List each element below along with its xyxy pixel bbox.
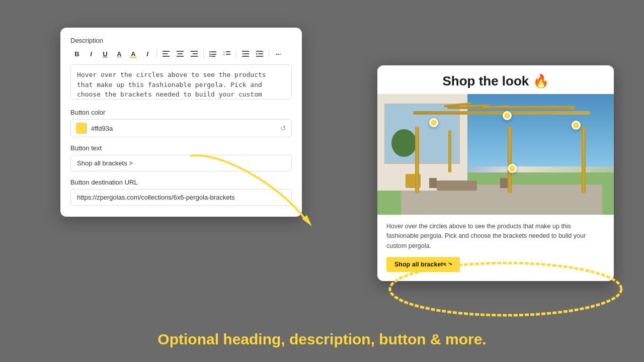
svg-point-11	[209, 54, 211, 55]
svg-rect-25	[256, 56, 263, 57]
svg-rect-21	[242, 56, 249, 57]
slat7	[555, 106, 570, 109]
color-reset-button[interactable]: ↺	[280, 124, 286, 132]
divider4	[269, 49, 269, 58]
color-swatch	[76, 123, 87, 134]
toolbar: B I U A A I 1.2. ··	[70, 47, 292, 60]
align-right-button[interactable]	[188, 47, 201, 60]
preview-body: Hover over the circles above to see the …	[377, 215, 614, 281]
align-center-button[interactable]	[174, 47, 187, 60]
tree-top	[391, 129, 417, 157]
divider2	[203, 49, 204, 58]
svg-rect-20	[244, 53, 249, 54]
svg-rect-5	[177, 56, 184, 57]
indent-button[interactable]	[253, 47, 266, 60]
svg-rect-2	[163, 56, 170, 57]
svg-text:2.: 2.	[223, 53, 225, 56]
svg-rect-10	[211, 51, 216, 52]
svg-rect-8	[191, 56, 198, 57]
more-button[interactable]: ···	[272, 47, 285, 60]
beam-front	[413, 111, 591, 115]
numbered-list-button[interactable]: 1.2.	[220, 47, 233, 60]
svg-rect-18	[226, 54, 230, 55]
post-back-left	[448, 130, 451, 172]
italic2-button[interactable]: I	[141, 47, 154, 60]
arrow-graphic	[176, 141, 337, 241]
post-mid	[508, 127, 512, 193]
bottom-caption: Optional heading, description, button & …	[0, 331, 644, 348]
divider3	[236, 49, 236, 58]
svg-marker-22	[242, 53, 244, 55]
preview-card: Shop the look 🔥	[377, 65, 614, 281]
hotspot-4[interactable]	[508, 164, 517, 173]
svg-rect-1	[163, 53, 168, 54]
description-label: Description	[70, 37, 292, 44]
svg-rect-23	[256, 51, 263, 52]
svg-point-9	[209, 51, 211, 53]
svg-rect-4	[178, 53, 183, 54]
color-hex-value: #ffd93a	[91, 125, 113, 132]
post-right-front	[582, 127, 586, 193]
button-color-label: Button color	[70, 109, 292, 116]
italic-button[interactable]: I	[85, 47, 98, 60]
button-color-section: Button color #ffd93a ↺	[70, 109, 292, 137]
svg-rect-3	[177, 51, 184, 52]
font-color-button[interactable]: A	[113, 47, 126, 60]
svg-rect-16	[226, 51, 230, 52]
svg-rect-24	[258, 53, 263, 54]
description-textarea[interactable]: Hover over the circles above to see the …	[70, 64, 292, 100]
svg-marker-26	[256, 53, 258, 55]
svg-rect-14	[211, 56, 215, 57]
svg-rect-6	[191, 51, 198, 52]
chair-right	[500, 178, 508, 188]
hotspot-2[interactable]	[503, 111, 512, 120]
table	[437, 180, 477, 191]
align-left-button[interactable]	[159, 47, 173, 60]
preview-button[interactable]: Shop all brackets >	[386, 257, 460, 272]
svg-point-13	[209, 56, 211, 57]
preview-heading: Shop the look 🔥	[377, 65, 614, 94]
color-row[interactable]: #ffd93a ↺	[70, 119, 292, 137]
svg-rect-12	[211, 54, 216, 55]
preview-image	[377, 94, 614, 215]
post-left-front	[415, 127, 419, 193]
bullet-list-button[interactable]	[206, 47, 219, 60]
hotspot-3[interactable]	[572, 121, 581, 130]
svg-rect-7	[193, 53, 198, 54]
svg-rect-19	[242, 51, 249, 52]
highlight-button[interactable]: A	[127, 47, 140, 60]
chair-left	[429, 178, 437, 188]
underline-button[interactable]: U	[99, 47, 112, 60]
outdent-button[interactable]	[239, 47, 252, 60]
preview-description: Hover over the circles above to see the …	[386, 222, 605, 251]
divider1	[156, 49, 157, 58]
bold-button[interactable]: B	[70, 47, 84, 60]
svg-rect-0	[163, 51, 170, 52]
